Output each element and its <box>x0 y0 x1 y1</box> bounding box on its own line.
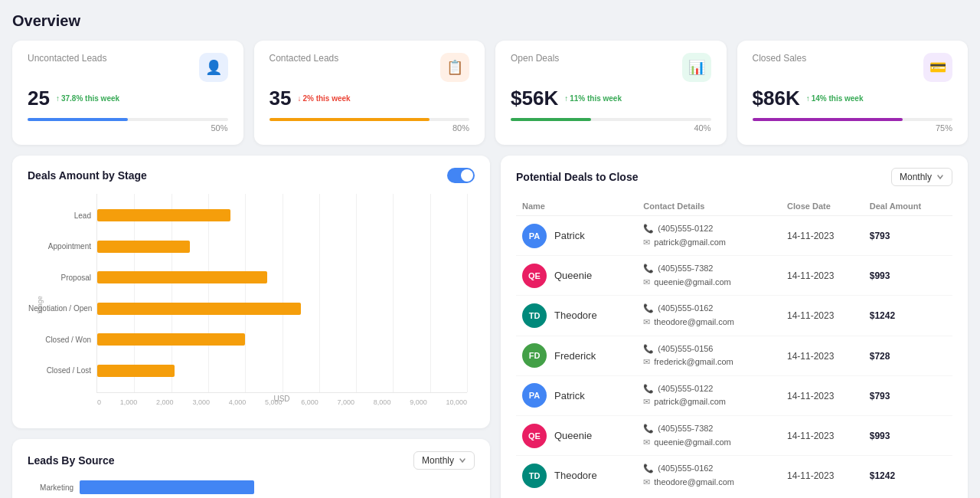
close-date-cell: 14-11-2023 <box>781 375 864 415</box>
phone-number: (405)555-0122 <box>658 382 713 396</box>
card-badge: ↓ 2% this week <box>297 94 350 103</box>
deal-amount: $993 <box>870 270 890 281</box>
phone-number: (405)555-7382 <box>658 262 713 276</box>
contact-details: 📞 (405)555-0122 ✉ patrick@gmail.com <box>643 222 775 249</box>
contact-details: 📞 (405)555-0162 ✉ theodore@gmail.com <box>643 462 775 488</box>
card-header: Open Deals 📊 <box>511 53 711 82</box>
contact-cell: 📞 (405)555-0156 ✉ frederick@gmail.com <box>637 336 781 375</box>
bottom-row: Deals Amount by Stage Stage LeadAppointm… <box>12 156 968 498</box>
card-header: Uncontacted Leads 👤 <box>28 53 228 82</box>
email-row: ✉ theodore@gmail.com <box>643 316 775 329</box>
deals-table-scroll[interactable]: NameContact DetailsClose DateDeal Amount… <box>516 197 952 488</box>
person-name: Queenie <box>554 270 592 281</box>
card-contacted-leads: Contacted Leads 📋 35 ↓ 2% this week 80% <box>254 41 485 145</box>
email-icon: ✉ <box>643 436 650 450</box>
card-value: 25 ↑ 37.8% this week <box>28 87 228 110</box>
contact-details: 📞 (405)555-7382 ✉ queenie@gmail.com <box>643 422 775 449</box>
name-cell: PA Patrick <box>516 375 637 415</box>
card-icon: 👤 <box>199 53 228 82</box>
deal-amount-cell: $793 <box>864 375 952 415</box>
close-date-cell: 14-11-2023 <box>781 456 864 488</box>
bar-label: Closed / Won <box>28 336 97 344</box>
email-icon: ✉ <box>643 476 650 488</box>
email-row: ✉ queenie@gmail.com <box>643 276 775 290</box>
table-column-header: Close Date <box>781 197 864 216</box>
name-cell: QE Queenie <box>516 415 637 455</box>
name-cell: FD Frederick <box>516 336 637 375</box>
phone-row: 📞 (405)555-7382 <box>643 262 775 276</box>
leads-source-dropdown[interactable]: Monthly <box>413 451 475 470</box>
deals-bar-chart: Stage LeadAppointmentProposalNegotiation… <box>28 194 475 416</box>
bar-fill <box>97 303 301 315</box>
person-name: Theodore <box>554 470 597 481</box>
contact-cell: 📞 (405)555-0162 ✉ theodore@gmail.com <box>637 456 781 488</box>
deal-amount: $993 <box>870 431 890 441</box>
deals-chart-toggle[interactable] <box>447 168 475 183</box>
name-cell-inner: FD Frederick <box>522 343 631 368</box>
bar-row: Proposal <box>97 269 467 286</box>
bar-label: Lead <box>28 211 97 220</box>
chevron-down-icon <box>459 457 466 464</box>
card-title: Uncontacted Leads <box>28 53 106 64</box>
phone-number: (405)555-0122 <box>658 222 713 236</box>
progress-label: 75% <box>753 123 953 133</box>
contact-details: 📞 (405)555-0122 ✉ patrick@gmail.com <box>643 382 775 409</box>
potential-deals-panel: Potential Deals to Close Monthly NameCon… <box>501 156 968 498</box>
page-title: Overview <box>12 12 968 30</box>
email-icon: ✉ <box>643 355 650 369</box>
table-row: QE Queenie 📞 (405)555-7382 ✉ queenie@gma… <box>516 256 952 296</box>
bar-fill <box>97 333 245 346</box>
contact-details: 📞 (405)555-0162 ✉ theodore@gmail.com <box>643 302 775 329</box>
email-address: theodore@gmail.com <box>654 476 734 488</box>
contact-cell: 📞 (405)555-0162 ✉ theodore@gmail.com <box>637 296 781 336</box>
person-name: Frederick <box>554 350 596 362</box>
bar-fill <box>97 241 190 253</box>
bar-fill <box>97 365 175 377</box>
name-cell-inner: TD Theodore <box>522 303 631 328</box>
deal-amount-cell: $1242 <box>864 296 952 336</box>
bar-label: Proposal <box>28 274 97 282</box>
bar-chart-inner: LeadAppointmentProposalNegotiation / Ope… <box>96 194 467 393</box>
avatar: QE <box>522 424 547 448</box>
card-value: 35 ↓ 2% this week <box>270 87 470 110</box>
email-address: theodore@gmail.com <box>654 316 734 329</box>
avatar: PA <box>522 224 547 248</box>
name-cell: TD Theodore <box>516 456 637 488</box>
name-cell-inner: PA Patrick <box>522 383 631 408</box>
avatar: FD <box>522 343 547 368</box>
progress-bar-bg <box>753 118 953 121</box>
table-column-header: Contact Details <box>637 197 781 216</box>
email-address: frederick@gmail.com <box>654 355 733 369</box>
card-title: Open Deals <box>511 53 559 64</box>
deal-amount: $793 <box>870 231 890 241</box>
table-row: PA Patrick 📞 (405)555-0122 ✉ patrick@gma… <box>516 216 952 256</box>
name-cell-inner: QE Queenie <box>522 424 631 448</box>
phone-icon: 📞 <box>643 262 654 276</box>
table-column-header: Deal Amount <box>864 197 952 216</box>
leads-source-chart: MarketingSocial <box>28 480 475 498</box>
table-row: TD Theodore 📞 (405)555-0162 ✉ theodore@g… <box>516 456 952 488</box>
phone-number: (405)555-0162 <box>658 462 713 476</box>
card-value: $86K ↑ 14% this week <box>753 87 953 110</box>
leads-source-title: Leads By Source <box>28 454 115 467</box>
table-row: QE Queenie 📞 (405)555-7382 ✉ queenie@gma… <box>516 415 952 455</box>
contact-details: 📞 (405)555-0156 ✉ frederick@gmail.com <box>643 342 775 369</box>
avatar: TD <box>522 303 547 328</box>
contact-details: 📞 (405)555-7382 ✉ queenie@gmail.com <box>643 262 775 289</box>
bar-label: Appointment <box>28 242 97 251</box>
bar-row: Negotiation / Open <box>97 300 467 317</box>
close-date: 14-11-2023 <box>787 351 834 362</box>
phone-row: 📞 (405)555-0162 <box>643 302 775 316</box>
leads-bar-fill <box>80 480 254 494</box>
email-icon: ✉ <box>643 276 650 290</box>
deals-table-header-row: NameContact DetailsClose DateDeal Amount <box>516 197 952 216</box>
leads-source-dropdown-label: Monthly <box>422 455 454 466</box>
close-date: 14-11-2023 <box>787 310 834 321</box>
chevron-down-icon <box>936 173 944 181</box>
email-icon: ✉ <box>643 316 650 329</box>
card-icon: 📋 <box>440 53 469 82</box>
potential-deals-dropdown[interactable]: Monthly <box>891 168 952 186</box>
phone-number: (405)555-7382 <box>658 422 713 436</box>
contact-cell: 📞 (405)555-0122 ✉ patrick@gmail.com <box>637 216 781 256</box>
close-date-cell: 14-11-2023 <box>781 296 864 336</box>
